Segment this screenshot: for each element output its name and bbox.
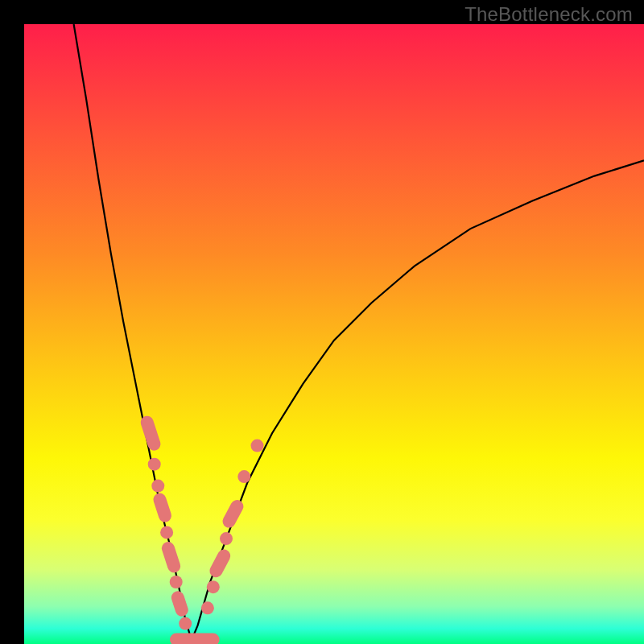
chart-frame: TheBottleneck.com [0, 0, 644, 644]
data-marker-dot [160, 526, 173, 539]
bottleneck-curve [74, 24, 644, 640]
plot-area [24, 24, 644, 644]
data-marker-dot [148, 458, 161, 471]
data-marker-pill [221, 497, 246, 530]
data-marker-dot [237, 470, 250, 483]
curve-svg [24, 24, 644, 644]
data-marker-pill [208, 547, 233, 580]
data-marker-pill [139, 415, 163, 452]
data-marker-pill [170, 589, 190, 617]
data-marker-pill [160, 540, 182, 574]
data-marker-dot [179, 617, 192, 630]
data-marker-dot [207, 580, 220, 593]
data-marker-pill [151, 492, 173, 524]
data-marker-dot [170, 576, 183, 588]
data-marker-dot [251, 440, 264, 452]
data-marker-dot [201, 601, 214, 614]
data-marker-dot [151, 480, 164, 493]
watermark-text: TheBottleneck.com [464, 3, 633, 26]
data-marker-pill [170, 634, 220, 644]
marker-layer [139, 415, 264, 644]
data-marker-dot [220, 532, 233, 545]
